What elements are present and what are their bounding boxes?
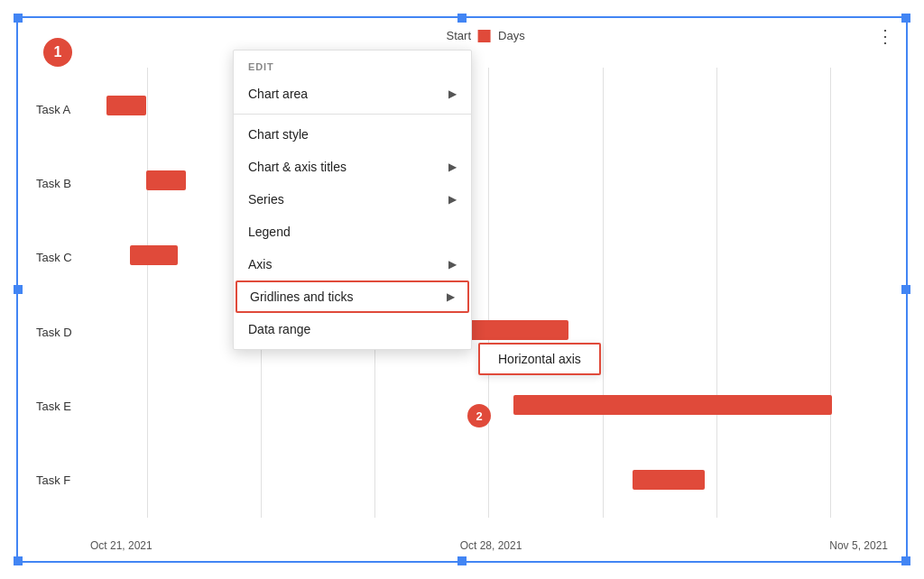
step-1-circle: 1 xyxy=(43,38,72,67)
bar-5 xyxy=(633,470,705,490)
legend-start-label: Start xyxy=(447,29,471,42)
y-label-1: Task B xyxy=(36,177,72,190)
plot-area xyxy=(90,68,888,518)
submenu-horizontal-axis[interactable]: Horizontal axis xyxy=(478,343,601,375)
menu-item-legend[interactable]: Legend xyxy=(234,216,471,248)
bar-4 xyxy=(513,395,833,415)
menu-item-axis[interactable]: Axis ▶ xyxy=(234,248,471,280)
bar-row-1 xyxy=(90,142,888,217)
bar-0 xyxy=(106,96,146,115)
y-label-0: Task A xyxy=(36,103,72,116)
y-axis: Task A Task B Task C Task D Task E Task … xyxy=(36,72,72,518)
y-label-2: Task C xyxy=(36,251,72,264)
menu-item-data-range[interactable]: Data range xyxy=(234,313,471,345)
bar-row-0 xyxy=(90,68,888,142)
handle-mr[interactable] xyxy=(901,285,910,294)
y-label-3: Task D xyxy=(36,326,72,339)
handle-bl[interactable] xyxy=(14,556,23,565)
handle-bm[interactable] xyxy=(457,556,467,565)
menu-item-label-data-range: Data range xyxy=(248,322,310,336)
menu-arrow-gridlines: ▶ xyxy=(447,290,455,303)
menu-arrow-series: ▶ xyxy=(448,193,457,206)
bar-2 xyxy=(130,245,178,265)
y-label-5: Task F xyxy=(36,473,72,487)
x-label-2: Nov 5, 2021 xyxy=(829,539,888,552)
menu-item-label-chart-style: Chart style xyxy=(248,127,309,142)
context-menu: EDIT Chart area ▶ Chart style Chart & ax… xyxy=(233,50,472,350)
bar-1 xyxy=(146,170,186,190)
menu-arrow-chart-area: ▶ xyxy=(448,87,457,100)
x-label-1: Oct 28, 2021 xyxy=(460,539,522,552)
x-axis: Oct 21, 2021 Oct 28, 2021 Nov 5, 2021 xyxy=(90,539,888,552)
handle-ml[interactable] xyxy=(14,285,23,294)
handle-tl[interactable] xyxy=(14,14,23,23)
menu-item-label-legend: Legend xyxy=(248,225,291,239)
menu-divider-1 xyxy=(234,114,471,115)
bar-row-4 xyxy=(90,368,888,443)
chart-legend: Start Days xyxy=(447,29,525,42)
handle-tr[interactable] xyxy=(901,14,910,23)
submenu-label: Horizontal axis xyxy=(498,352,581,366)
menu-item-chart-axis-titles[interactable]: Chart & axis titles ▶ xyxy=(234,151,471,183)
step-2-circle: 2 xyxy=(467,404,491,427)
legend-days-label: Days xyxy=(498,29,525,42)
three-dots-menu[interactable]: ⋮ xyxy=(876,27,895,45)
menu-item-series[interactable]: Series ▶ xyxy=(234,183,471,216)
menu-item-label-chart-axis-titles: Chart & axis titles xyxy=(248,160,346,174)
menu-item-label-series: Series xyxy=(248,192,284,207)
menu-section-label: EDIT xyxy=(234,51,471,78)
menu-arrow-chart-axis-titles: ▶ xyxy=(448,161,457,173)
y-label-4: Task E xyxy=(36,400,72,413)
menu-item-label-axis: Axis xyxy=(248,257,272,271)
x-label-0: Oct 21, 2021 xyxy=(90,539,152,552)
bar-row-2 xyxy=(90,217,888,292)
legend-color-box xyxy=(478,30,491,42)
handle-tm[interactable] xyxy=(457,14,467,23)
menu-item-chart-style[interactable]: Chart style xyxy=(234,118,471,151)
menu-arrow-axis: ▶ xyxy=(448,258,457,271)
menu-item-chart-area[interactable]: Chart area ▶ xyxy=(234,78,471,110)
bar-row-5 xyxy=(90,443,888,518)
menu-item-label-gridlines: Gridlines and ticks xyxy=(250,290,353,304)
handle-br[interactable] xyxy=(901,556,910,565)
menu-item-label-chart-area: Chart area xyxy=(248,87,308,101)
menu-item-gridlines[interactable]: Gridlines and ticks ▶ xyxy=(236,280,469,313)
